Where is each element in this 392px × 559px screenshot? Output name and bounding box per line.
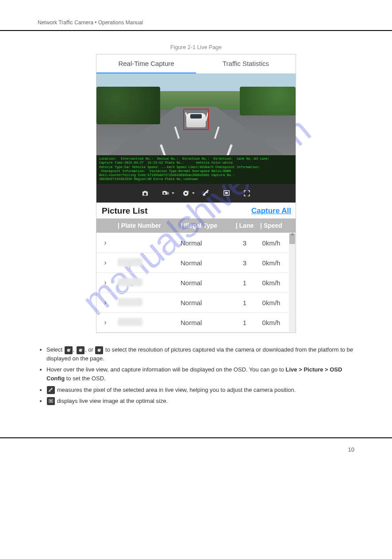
col-speed: | Speed — [256, 222, 287, 229]
col-lane: | Lane — [234, 222, 256, 229]
cell-speed: 0km/h — [256, 299, 287, 306]
figure-caption: Figure 2-1 Live Page — [0, 44, 392, 50]
table-row[interactable]: ›Normal30km/h — [96, 233, 296, 253]
foliage-right — [240, 87, 296, 115]
cell-plate — [114, 318, 181, 327]
body-text: Select , , or to select the resolution o… — [38, 345, 354, 406]
tab-traffic-statistics[interactable]: Traffic Statistics — [196, 54, 296, 73]
page-footer: 10 — [0, 441, 392, 453]
document-page: Network Traffic Camera • Operations Manu… — [0, 0, 392, 471]
cell-lane: 3 — [234, 259, 256, 267]
header-left: Network Traffic Camera • Operations Manu… — [38, 19, 143, 26]
resolution-large-icon — [95, 346, 103, 354]
table-body: ›Normal30km/h›Normal30km/h›Normal10km/h›… — [96, 233, 296, 333]
table-row[interactable]: ›Normal10km/h — [96, 293, 296, 313]
chevron-down-icon — [192, 192, 195, 194]
bullet-resolution: Select , , or to select the resolution o… — [46, 345, 354, 363]
footer-rule — [0, 437, 392, 438]
optimal-display-icon[interactable] — [222, 189, 231, 198]
expand-chevron-icon[interactable]: › — [96, 318, 114, 327]
svg-rect-9 — [50, 400, 52, 402]
svg-rect-4 — [225, 192, 228, 194]
fullscreen-icon[interactable] — [242, 189, 251, 198]
svg-point-6 — [79, 348, 82, 352]
table-row[interactable]: ›Normal30km/h — [96, 253, 296, 273]
picture-list-header: Picture List Capture All — [96, 203, 296, 218]
bullet-optimal: displays live view image at the optimal … — [46, 397, 354, 406]
capture-all-link[interactable]: Capture All — [251, 207, 291, 215]
col-plate: | Plate Number — [114, 222, 181, 229]
table-header: | Plate Number | Illegal Type | Lane | S… — [96, 218, 296, 233]
cell-lane: 1 — [234, 279, 256, 287]
table-row[interactable]: ›Normal10km/h — [96, 313, 296, 333]
scrollbar-thumb[interactable] — [289, 234, 295, 244]
tab-bar: Real-Time Capture Traffic Statistics — [96, 54, 296, 73]
snapshot-icon[interactable] — [141, 189, 150, 198]
svg-point-5 — [67, 348, 70, 352]
tab-realtime-capture[interactable]: Real-Time Capture — [96, 54, 196, 73]
cell-illegal: Normal — [181, 299, 234, 306]
expand-chevron-icon[interactable]: › — [96, 258, 114, 267]
detection-bbox — [183, 109, 209, 130]
cell-plate — [114, 258, 181, 268]
svg-point-7 — [98, 348, 101, 352]
record-icon[interactable] — [181, 189, 190, 198]
optimal-inline-icon — [47, 397, 55, 405]
expand-chevron-icon[interactable]: › — [96, 298, 114, 307]
cell-plate — [114, 298, 181, 307]
osd-overlay: Location: Intersection No.: Device No.: … — [96, 155, 296, 184]
measure-icon[interactable] — [202, 189, 211, 198]
svg-rect-0 — [167, 192, 169, 195]
continuous-snapshot-icon[interactable] — [161, 189, 170, 198]
cell-speed: 0km/h — [256, 259, 287, 267]
cell-illegal: Normal — [181, 259, 234, 267]
cell-speed: 0km/h — [256, 279, 287, 287]
cell-speed: 0km/h — [256, 239, 287, 247]
header-rule — [0, 30, 392, 31]
cell-lane: 1 — [234, 299, 256, 306]
page-number: 10 — [348, 446, 354, 453]
scrollbar[interactable] — [289, 233, 296, 333]
live-video[interactable]: Location: Intersection No.: Device No.: … — [96, 73, 296, 184]
app-window: Real-Time Capture Traffic Statistics Loc… — [96, 54, 296, 333]
col-illegal: | Illegal Type — [181, 222, 234, 229]
picture-list-title: Picture List — [102, 206, 147, 216]
bullet-measure: measures the pixel of the selected area … — [46, 386, 354, 394]
table-row[interactable]: ›Normal10km/h — [96, 273, 296, 293]
expand-chevron-icon[interactable]: › — [96, 238, 114, 247]
bullet-osd: Hover over the live view, and capture in… — [46, 365, 354, 383]
cell-illegal: Normal — [181, 319, 234, 326]
svg-point-2 — [185, 192, 187, 195]
cell-plate — [114, 278, 181, 287]
cell-lane: 3 — [234, 239, 256, 247]
page-header: Network Traffic Camera • Operations Manu… — [0, 18, 392, 26]
table-body-wrap: ›Normal30km/h›Normal30km/h›Normal10km/h›… — [96, 233, 296, 333]
resolution-medium-icon — [77, 346, 85, 354]
resolution-small-icon — [65, 346, 73, 354]
cell-lane: 1 — [234, 319, 256, 326]
measure-inline-icon — [47, 386, 55, 394]
cell-illegal: Normal — [181, 279, 234, 287]
cell-illegal: Normal — [181, 239, 234, 247]
foliage-left — [96, 87, 160, 124]
expand-chevron-icon[interactable]: › — [96, 278, 114, 287]
video-toolbar — [96, 184, 296, 203]
cell-speed: 0km/h — [256, 319, 287, 326]
chevron-down-icon — [172, 192, 174, 194]
